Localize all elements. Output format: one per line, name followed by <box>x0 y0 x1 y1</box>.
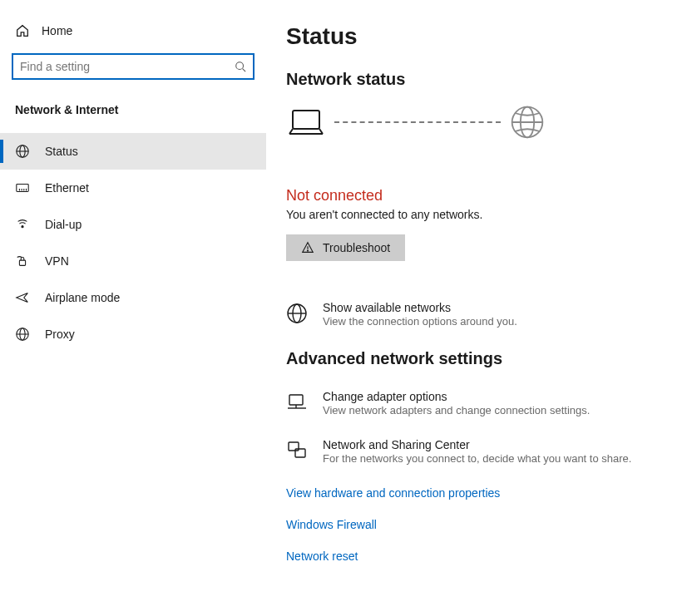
laptop-icon <box>286 106 326 139</box>
sidebar-item-proxy[interactable]: Proxy <box>0 316 266 352</box>
warning-icon <box>301 241 314 254</box>
svg-rect-5 <box>17 185 28 192</box>
sidebar: Home Network & Internet Status <box>0 0 266 616</box>
hardware-properties-link[interactable]: View hardware and connection properties <box>286 486 662 500</box>
globe-large-icon <box>509 104 546 140</box>
option-text: Change adapter options View network adap… <box>323 390 590 416</box>
svg-rect-24 <box>289 395 303 405</box>
network-status-heading: Network status <box>286 70 662 89</box>
proxy-icon <box>15 327 30 342</box>
globe-icon <box>286 303 308 324</box>
svg-rect-15 <box>293 111 319 129</box>
vpn-icon <box>15 254 30 269</box>
airplane-icon <box>15 290 30 305</box>
category-heading: Network & Internet <box>0 96 266 133</box>
search-icon <box>235 61 246 72</box>
home-label: Home <box>42 24 72 37</box>
connection-status-sub: You aren't connected to any networks. <box>286 208 662 221</box>
svg-point-20 <box>307 250 308 251</box>
sidebar-item-status[interactable]: Status <box>0 133 266 170</box>
sidebar-item-label: Proxy <box>45 328 75 341</box>
sidebar-item-dialup[interactable]: Dial-up <box>0 206 266 243</box>
connection-line <box>334 121 501 123</box>
adapter-icon <box>286 392 308 413</box>
option-title: Show available networks <box>323 301 517 314</box>
sidebar-item-ethernet[interactable]: Ethernet <box>0 170 266 206</box>
option-title: Change adapter options <box>323 390 590 403</box>
adapter-options[interactable]: Change adapter options View network adap… <box>286 390 662 416</box>
sidebar-item-vpn[interactable]: VPN <box>0 243 266 279</box>
option-text: Network and Sharing Center For the netwo… <box>323 438 631 465</box>
search-container <box>0 53 266 96</box>
option-desc: For the networks you connect to, decide … <box>323 452 631 465</box>
advanced-heading: Advanced network settings <box>286 349 662 368</box>
sharing-center-option[interactable]: Network and Sharing Center For the netwo… <box>286 438 662 465</box>
sidebar-item-label: Airplane mode <box>45 291 120 304</box>
sidebar-item-airplane[interactable]: Airplane mode <box>0 279 266 316</box>
page-title: Status <box>286 23 662 50</box>
svg-line-1 <box>243 69 246 72</box>
home-button[interactable]: Home <box>0 17 266 53</box>
firewall-link[interactable]: Windows Firewall <box>286 518 662 531</box>
option-desc: View the connection options around you. <box>323 315 517 328</box>
sidebar-item-label: VPN <box>45 254 69 268</box>
sidebar-item-label: Status <box>45 145 78 158</box>
option-text: Show available networks View the connect… <box>323 301 517 328</box>
connection-status-title: Not connected <box>286 187 662 205</box>
network-diagram <box>286 104 662 140</box>
troubleshoot-label: Troubleshoot <box>323 241 390 254</box>
option-desc: View network adapters and change connect… <box>323 404 590 416</box>
svg-point-10 <box>22 226 23 228</box>
option-title: Network and Sharing Center <box>323 438 631 451</box>
sidebar-item-label: Ethernet <box>45 181 89 195</box>
globe-icon <box>15 144 30 159</box>
dialup-icon <box>15 217 30 232</box>
home-icon <box>15 23 30 38</box>
svg-rect-11 <box>19 260 25 265</box>
show-networks-option[interactable]: Show available networks View the connect… <box>286 301 662 328</box>
search-box[interactable] <box>12 53 255 80</box>
network-reset-link[interactable]: Network reset <box>286 549 662 563</box>
sharing-icon <box>286 440 308 461</box>
main-content: Status Network status Not connected You … <box>266 0 682 616</box>
sidebar-item-label: Dial-up <box>45 218 82 231</box>
svg-point-0 <box>236 62 244 70</box>
ethernet-icon <box>15 180 30 195</box>
search-input[interactable] <box>20 60 235 73</box>
troubleshoot-button[interactable]: Troubleshoot <box>286 234 405 261</box>
